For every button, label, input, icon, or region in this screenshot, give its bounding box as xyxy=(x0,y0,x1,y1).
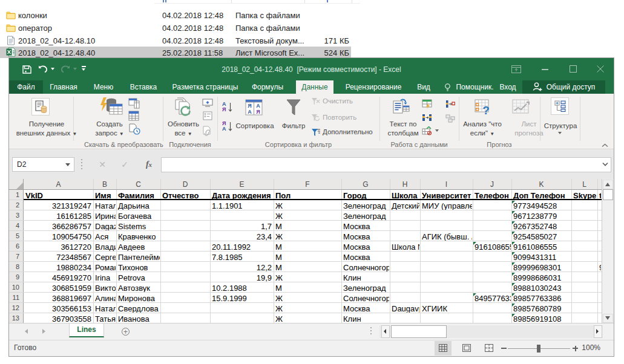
svg-text:Я: Я xyxy=(256,109,260,115)
svg-text:?: ? xyxy=(482,104,490,115)
svg-text:А: А xyxy=(248,109,252,115)
svg-text:Я: Я xyxy=(248,103,251,109)
svg-text:А: А xyxy=(256,103,260,109)
